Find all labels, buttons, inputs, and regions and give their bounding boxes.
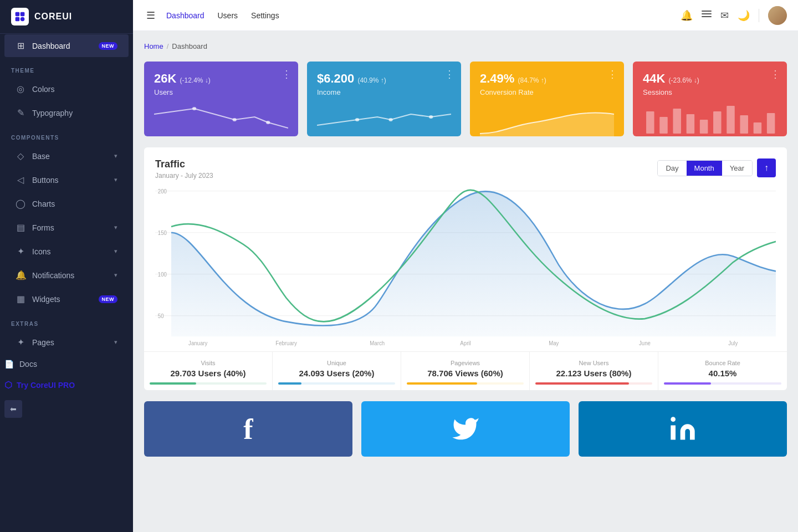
social-cards: f [144,401,787,457]
stat-value: 2.49% (84.7% ↑) [480,71,614,86]
sidebar-item-base[interactable]: ◇ Base ▾ [4,145,129,167]
nav-dashboard[interactable]: Dashboard [166,11,204,20]
breadcrumb-separator: / [167,42,169,50]
card-menu-button[interactable]: ⋮ [770,68,780,80]
nav-settings[interactable]: Settings [251,11,279,20]
nav-users[interactable]: Users [218,11,238,20]
extras-section-label: EXTRAS [0,311,133,330]
pages-icon: ✦ [16,337,25,347]
stats-value: 22.123 Users (80%) [535,369,652,378]
download-button[interactable]: ↑ [757,158,776,177]
mail-button[interactable]: ✉ [720,9,729,22]
sidebar-item-widgets[interactable]: ▦ Widgets NEW [4,288,129,310]
user-avatar[interactable] [768,6,787,25]
sidebar-item-notifications[interactable]: 🔔 Notifications ▾ [4,264,129,287]
upload-icon: ↑ [764,163,769,173]
twitter-icon [451,415,480,443]
svg-rect-0 [16,12,20,17]
hamburger-icon: ☰ [146,10,155,21]
stat-value: 44K (-23.6% ↓) [643,71,777,86]
stat-change: (-12.4% ↓) [180,76,210,84]
menu-toggle-button[interactable]: ☰ [144,7,157,24]
theme-toggle-button[interactable]: 🌙 [738,9,750,22]
collapse-icon: ⬅ [10,405,17,413]
stat-card-sessions: ⋮ 44K (-23.6% ↓) Sessions [633,62,787,136]
colors-icon: ◎ [16,84,25,94]
sidebar-item-forms[interactable]: ▤ Forms ▾ [4,216,129,239]
try-pro-button[interactable]: ⬡ Try CoreUI PRO [0,374,133,396]
linkedin-card[interactable] [579,401,787,457]
btn-day[interactable]: Day [658,161,686,176]
facebook-icon: f [243,413,253,446]
chevron-icon: ▾ [114,224,117,231]
twitter-card[interactable] [361,401,570,457]
widgets-icon: ▦ [16,294,25,304]
sidebar-item-label: Pages [32,338,54,347]
header-nav: Dashboard Users Settings [166,11,279,20]
stats-label: Visits [150,360,267,366]
svg-rect-21 [754,122,762,134]
svg-point-39 [671,417,676,422]
card-menu-button[interactable]: ⋮ [444,68,454,80]
svg-rect-17 [700,120,708,134]
progress-fill [664,382,711,385]
sidebar-collapse-button[interactable]: ⬅ [4,400,22,418]
svg-point-9 [266,121,270,124]
sidebar-item-pages[interactable]: ✦ Pages ▾ [4,331,129,354]
sidebar-item-label: Typography [32,109,73,117]
typography-icon: ✎ [16,108,25,118]
progress-bg [664,382,781,385]
icons-icon: ✦ [16,246,25,257]
sidebar-item-typography[interactable]: ✎ Typography [4,101,129,124]
svg-point-11 [388,118,392,121]
stat-card-conversion: ⋮ 2.49% (84.7% ↑) Conversion Rate [470,62,624,136]
widgets-badge: NEW [99,295,118,303]
svg-rect-4 [702,11,712,12]
progress-bg [535,382,652,385]
sidebar-item-label: Buttons [32,176,58,185]
stats-label: New Users [535,360,652,366]
sidebar-item-label: Forms [32,223,54,232]
sidebar-logo: COREUI [0,0,133,34]
svg-point-12 [429,115,433,119]
sidebar-item-icons[interactable]: ✦ Icons ▾ [4,240,129,263]
traffic-subtitle: January - July 2023 [155,172,213,180]
sidebar-item-docs[interactable]: 📄 Docs [0,354,133,374]
svg-rect-14 [659,117,668,134]
svg-point-10 [355,118,359,121]
breadcrumb-home[interactable]: Home [144,42,163,50]
dashboard-icon: ⊞ [16,40,25,51]
sidebar-item-charts[interactable]: ◯ Charts [4,192,129,215]
sidebar-item-label: Widgets [32,295,60,304]
facebook-card[interactable]: f [144,401,352,457]
btn-year[interactable]: Year [722,161,752,176]
try-pro-label: Try CoreUI PRO [17,381,75,390]
svg-rect-16 [687,114,695,134]
theme-section-label: THEME [0,58,133,77]
list-button[interactable] [702,9,712,22]
traffic-title-area: Traffic January - July 2023 [155,158,213,180]
sidebar-item-label: Base [32,152,50,161]
base-icon: ◇ [16,151,25,161]
time-range-selector: Day Month Year [657,160,753,176]
card-menu-button[interactable]: ⋮ [607,68,617,80]
content-area: Home / Dashboard ⋮ 26K (-12.4% ↓) Users [133,31,798,532]
card-menu-button[interactable]: ⋮ [282,68,291,80]
stats-label: Unique [278,360,395,366]
svg-rect-38 [671,426,676,440]
btn-month[interactable]: Month [687,161,722,176]
sidebar-item-buttons[interactable]: ◁ Buttons ▾ [4,168,129,191]
svg-rect-15 [673,109,681,134]
traffic-chart: 200 150 100 50 January February March Ap… [144,185,787,351]
svg-rect-6 [702,16,712,17]
sidebar-item-colors[interactable]: ◎ Colors [4,78,129,100]
sidebar-item-dashboard[interactable]: ⊞ Dashboard NEW [4,34,129,57]
notifications-button[interactable]: 🔔 [681,9,693,22]
traffic-title: Traffic [155,158,213,170]
sidebar-item-label: Docs [19,360,37,369]
stat-chart [480,103,614,136]
traffic-header: Traffic January - July 2023 Day Month Ye… [144,147,787,185]
traffic-section: Traffic January - July 2023 Day Month Ye… [144,147,787,390]
notifications-icon: 🔔 [16,270,25,280]
svg-text:200: 200 [158,188,167,195]
